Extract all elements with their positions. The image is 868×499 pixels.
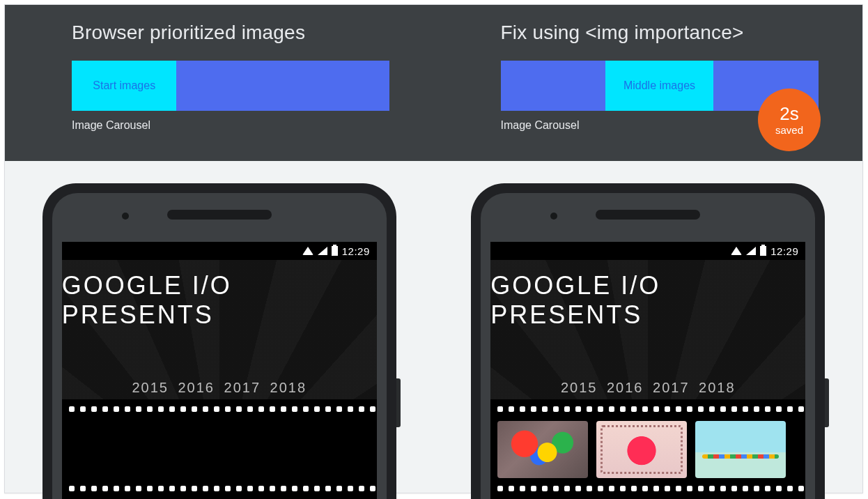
left-segment-rest: [176, 61, 389, 111]
left-caption: Image Carousel: [72, 119, 367, 132]
hero-title: GOOGLE I/O PRESENTS: [62, 271, 377, 330]
time-saved-badge: 2s saved: [758, 89, 821, 151]
phone-col-left: 12:29 GOOGLE I/O PRESENTS 2015 2016 2017…: [5, 161, 434, 493]
right-segment-middle: Middle images: [605, 61, 713, 111]
carousel-thumb-3: [695, 421, 786, 478]
filmstrip-body-loaded: [490, 415, 805, 484]
hero-years: 2015 2016 2017 2018: [561, 380, 736, 396]
badge-label: saved: [775, 124, 803, 136]
earpiece-icon: [596, 210, 700, 220]
phone-side-button: [396, 378, 401, 427]
status-bar: 12:29: [62, 242, 377, 260]
filmstrip-left: [62, 399, 377, 499]
sprocket-row-bottom: [490, 486, 805, 493]
right-segment-before: [501, 61, 605, 111]
phone-col-right: 12:29 GOOGLE I/O PRESENTS 2015 2016 2017…: [434, 161, 863, 493]
sprocket-row-top: [490, 406, 805, 413]
comparison-figure: Browser prioritized images Start images …: [4, 4, 863, 493]
header-col-left: Browser prioritized images Start images …: [5, 16, 434, 161]
phone-screen-left: 12:29 GOOGLE I/O PRESENTS 2015 2016 2017…: [62, 242, 377, 499]
phone-side-button: [825, 378, 829, 427]
carousel-thumb-1: [497, 421, 588, 478]
status-time: 12:29: [770, 245, 798, 257]
filmstrip-right: [490, 399, 805, 499]
figure-body: 12:29 GOOGLE I/O PRESENTS 2015 2016 2017…: [5, 161, 862, 493]
phone-bezel-right: 12:29 GOOGLE I/O PRESENTS 2015 2016 2017…: [481, 193, 815, 499]
earpiece-icon: [167, 210, 272, 220]
phone-bezel-left: 12:29 GOOGLE I/O PRESENTS 2015 2016 2017…: [52, 193, 387, 499]
battery-icon: [760, 246, 766, 256]
left-segment-start-label: Start images: [93, 79, 155, 92]
right-caption: Image Carousel: [501, 119, 796, 132]
left-carousel-bar: Start images: [72, 61, 389, 111]
hero-years: 2015 2016 2017 2018: [132, 380, 307, 396]
badge-value: 2s: [780, 105, 798, 123]
hero-banner: GOOGLE I/O PRESENTS 2015 2016 2017 2018: [62, 260, 377, 399]
signal-icon: [746, 247, 756, 255]
figure-header: Browser prioritized images Start images …: [5, 5, 862, 161]
right-title: Fix using <img importance>: [501, 22, 796, 44]
camera-dot-icon: [550, 213, 557, 220]
carousel-thumb-2: [596, 421, 687, 478]
phone-screen-right: 12:29 GOOGLE I/O PRESENTS 2015 2016 2017…: [490, 242, 805, 499]
status-time: 12:29: [342, 245, 370, 257]
status-bar: 12:29: [490, 242, 805, 260]
right-segment-middle-label: Middle images: [623, 79, 695, 92]
sprocket-row-bottom: [62, 486, 377, 493]
filmstrip-body-empty: [62, 415, 377, 484]
battery-icon: [332, 246, 338, 256]
sprocket-row-top: [62, 406, 377, 413]
wifi-icon: [731, 247, 742, 255]
wifi-icon: [302, 247, 313, 255]
phone-mock-left: 12:29 GOOGLE I/O PRESENTS 2015 2016 2017…: [42, 183, 396, 499]
signal-icon: [318, 247, 327, 255]
hero-banner: GOOGLE I/O PRESENTS 2015 2016 2017 2018: [490, 260, 805, 399]
phone-mock-right: 12:29 GOOGLE I/O PRESENTS 2015 2016 2017…: [471, 183, 825, 499]
camera-dot-icon: [122, 213, 129, 220]
hero-title: GOOGLE I/O PRESENTS: [490, 271, 805, 330]
left-segment-start: Start images: [72, 61, 176, 111]
left-title: Browser prioritized images: [72, 22, 367, 44]
